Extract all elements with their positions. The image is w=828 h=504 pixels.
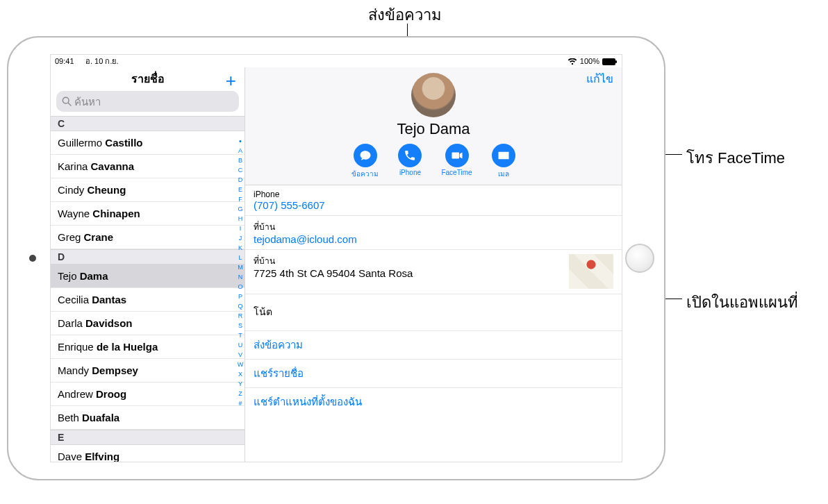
sidebar-title: รายชื่อ (51, 67, 245, 91)
email-value[interactable]: tejodama@icloud.com (254, 233, 613, 245)
video-icon (451, 149, 463, 162)
edit-button[interactable]: แก้ไข (586, 70, 613, 87)
notes-field[interactable]: โน้ต (245, 294, 622, 330)
contact-row[interactable]: Beth Duafala (51, 406, 245, 430)
contact-row[interactable]: Andrew Droog (51, 383, 245, 406)
search-input[interactable] (74, 96, 233, 108)
contact-list[interactable]: CGuillermo CastilloKarina CavannaCindy C… (51, 116, 245, 462)
screen: 09:41 อ. 10 ก.ย. 100% รายชื่อ + (50, 54, 622, 462)
field-label: iPhone (254, 190, 613, 199)
contact-row[interactable]: Cindy Cheung (51, 178, 245, 202)
detail-header: แก้ไข Tejo Dama ข้อความ iPhone (245, 67, 622, 185)
callout-facetime: โทร FaceTime (686, 146, 785, 170)
contact-row[interactable]: Cecilia Dantas (51, 288, 245, 312)
contact-row[interactable]: Tejo Dama (51, 264, 245, 288)
add-contact-button[interactable]: + (226, 70, 236, 92)
status-battery-text: 100% (580, 55, 599, 67)
contact-name: Tejo Dama (245, 120, 622, 138)
contact-row[interactable]: Darla Davidson (51, 312, 245, 335)
contact-row[interactable]: Mandy Dempsey (51, 359, 245, 383)
field-label: ที่บ้าน (254, 220, 613, 233)
contact-row[interactable]: Wayne Chinapen (51, 202, 245, 226)
svg-line-3 (68, 103, 71, 106)
ipad-frame: 09:41 อ. 10 ก.ย. 100% รายชื่อ + (7, 36, 665, 480)
email-field[interactable]: ที่บ้าน tejodama@icloud.com (245, 215, 622, 249)
wifi-icon (568, 55, 577, 67)
svg-rect-0 (602, 58, 615, 65)
front-camera (29, 255, 36, 262)
message-icon (359, 149, 372, 162)
call-button[interactable]: iPhone (398, 144, 422, 179)
share-contact-link[interactable]: แชร์รายชื่อ (245, 359, 622, 387)
svg-rect-1 (615, 60, 617, 63)
mail-icon (497, 149, 510, 162)
contact-row[interactable]: Guillermo Castillo (51, 131, 245, 155)
field-label: ที่บ้าน (254, 254, 613, 267)
contacts-sidebar: รายชื่อ + CGuillermo CastilloKarina Cava… (51, 67, 245, 462)
section-header: C (51, 116, 245, 131)
message-button[interactable]: ข้อความ (351, 144, 379, 179)
status-time: 09:41 (55, 55, 74, 67)
contact-row[interactable]: Dave Elfving (51, 445, 245, 462)
share-location-link[interactable]: แชร์ตำแหน่งที่ตั้งของฉัน (245, 387, 622, 416)
home-button[interactable] (625, 244, 654, 273)
contact-row[interactable]: Karina Cavanna (51, 155, 245, 178)
contact-row[interactable]: Greg Crane (51, 226, 245, 249)
callout-open-maps: เปิดในแอพแผนที่ (686, 290, 798, 314)
avatar[interactable] (411, 73, 456, 117)
address-field[interactable]: ที่บ้าน 7725 4th St CA 95404 Santa Rosa (245, 249, 622, 294)
facetime-button[interactable]: FaceTime (441, 144, 472, 179)
send-message-link[interactable]: ส่งข้อความ (245, 330, 622, 359)
action-label: FaceTime (441, 169, 472, 176)
action-label: iPhone (399, 169, 421, 176)
phone-icon (404, 149, 416, 162)
phone-field[interactable]: iPhone (707) 555-6607 (245, 185, 622, 215)
action-label: เมล (498, 169, 509, 179)
address-value: 7725 4th St CA 95404 Santa Rosa (254, 267, 613, 279)
status-bar: 09:41 อ. 10 ก.ย. 100% (51, 55, 622, 67)
battery-icon (602, 55, 618, 67)
search-field[interactable] (56, 91, 239, 112)
phone-value[interactable]: (707) 555-6607 (254, 199, 613, 211)
callout-send-message: ส่งข้อความ (368, 3, 442, 27)
contact-detail: แก้ไข Tejo Dama ข้อความ iPhone (245, 67, 622, 462)
action-label: ข้อความ (351, 169, 379, 179)
status-date: อ. 10 ก.ย. (85, 55, 119, 67)
search-icon (62, 96, 72, 106)
section-header: E (51, 430, 245, 445)
contact-row[interactable]: Enrique de la Huelga (51, 335, 245, 359)
map-thumbnail[interactable] (569, 254, 613, 289)
mail-button[interactable]: เมล (492, 144, 515, 179)
section-header: D (51, 249, 245, 264)
